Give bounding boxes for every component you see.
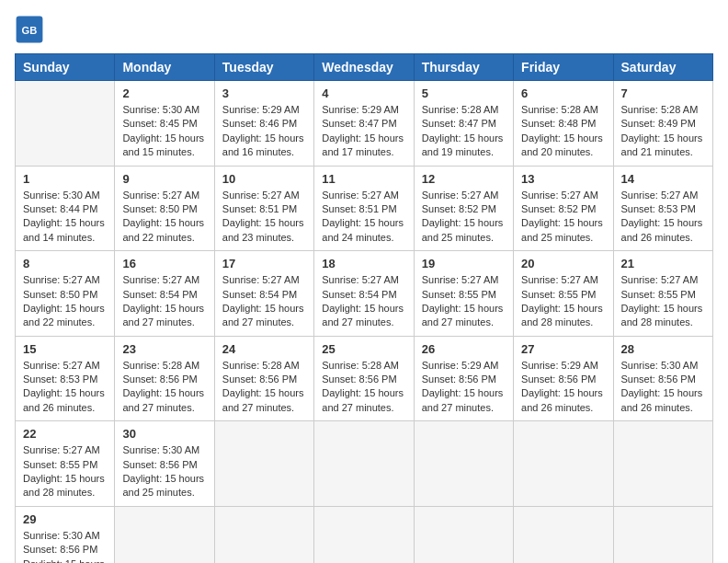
day-info: Sunrise: 5:27 AM Sunset: 8:51 PM Dayligh…	[222, 189, 306, 246]
day-info: Sunrise: 5:27 AM Sunset: 8:51 PM Dayligh…	[322, 189, 405, 246]
calendar-cell: 15Sunrise: 5:27 AM Sunset: 8:53 PM Dayli…	[16, 336, 115, 421]
day-info: Sunrise: 5:29 AM Sunset: 8:47 PM Dayligh…	[322, 103, 405, 160]
calendar-header-thursday: Thursday	[414, 54, 513, 81]
calendar-cell	[414, 421, 513, 507]
day-info: Sunrise: 5:27 AM Sunset: 8:54 PM Dayligh…	[222, 273, 306, 330]
calendar-table: SundayMondayTuesdayWednesdayThursdayFrid…	[15, 53, 713, 563]
day-number: 18	[322, 257, 405, 270]
calendar-cell: 28Sunrise: 5:30 AM Sunset: 8:56 PM Dayli…	[613, 336, 712, 421]
day-number: 1	[23, 172, 107, 186]
day-info: Sunrise: 5:28 AM Sunset: 8:56 PM Dayligh…	[222, 359, 306, 416]
calendar-cell: 4Sunrise: 5:29 AM Sunset: 8:47 PM Daylig…	[314, 81, 414, 167]
day-number: 12	[422, 172, 506, 186]
calendar-week-1: 1Sunrise: 5:30 AM Sunset: 8:44 PM Daylig…	[16, 166, 713, 251]
day-info: Sunrise: 5:30 AM Sunset: 8:44 PM Dayligh…	[23, 189, 107, 246]
day-number: 30	[122, 427, 206, 441]
calendar-cell	[16, 81, 115, 167]
day-number: 28	[621, 342, 705, 356]
calendar-cell: 30Sunrise: 5:30 AM Sunset: 8:56 PM Dayli…	[115, 421, 214, 507]
day-number: 5	[422, 86, 506, 100]
calendar-week-2: 8Sunrise: 5:27 AM Sunset: 8:50 PM Daylig…	[16, 251, 713, 337]
calendar-cell: 10Sunrise: 5:27 AM Sunset: 8:51 PM Dayli…	[214, 166, 313, 251]
calendar-cell: 20Sunrise: 5:27 AM Sunset: 8:55 PM Dayli…	[514, 251, 613, 337]
day-number: 22	[23, 427, 107, 441]
day-number: 6	[521, 86, 605, 100]
calendar-cell: 9Sunrise: 5:27 AM Sunset: 8:50 PM Daylig…	[115, 166, 214, 251]
day-number: 10	[222, 172, 306, 186]
calendar-cell: 21Sunrise: 5:27 AM Sunset: 8:55 PM Dayli…	[613, 251, 712, 337]
calendar-header-monday: Monday	[115, 54, 214, 81]
calendar-cell	[115, 506, 214, 563]
day-number: 3	[222, 86, 306, 100]
day-info: Sunrise: 5:27 AM Sunset: 8:50 PM Dayligh…	[23, 273, 107, 330]
calendar-cell	[613, 421, 712, 507]
calendar-cell: 17Sunrise: 5:27 AM Sunset: 8:54 PM Dayli…	[214, 251, 313, 337]
day-info: Sunrise: 5:28 AM Sunset: 8:48 PM Dayligh…	[521, 103, 605, 160]
calendar-cell: 12Sunrise: 5:27 AM Sunset: 8:52 PM Dayli…	[414, 166, 513, 251]
svg-text:GB: GB	[22, 25, 38, 36]
calendar-cell: 5Sunrise: 5:28 AM Sunset: 8:47 PM Daylig…	[414, 81, 513, 167]
day-number: 25	[322, 342, 405, 356]
day-number: 2	[122, 86, 206, 100]
logo-icon: GB	[15, 15, 44, 44]
calendar-week-5: 29Sunrise: 5:30 AM Sunset: 8:56 PM Dayli…	[16, 506, 713, 563]
logo: GB	[15, 15, 48, 44]
calendar-cell: 13Sunrise: 5:27 AM Sunset: 8:52 PM Dayli…	[514, 166, 613, 251]
calendar-cell	[214, 421, 313, 507]
calendar-header-saturday: Saturday	[613, 54, 712, 81]
calendar-cell	[214, 506, 313, 563]
day-info: Sunrise: 5:29 AM Sunset: 8:56 PM Dayligh…	[422, 359, 506, 416]
calendar-cell: 8Sunrise: 5:27 AM Sunset: 8:50 PM Daylig…	[16, 251, 115, 337]
day-number: 14	[621, 172, 705, 186]
calendar-cell: 24Sunrise: 5:28 AM Sunset: 8:56 PM Dayli…	[214, 336, 313, 421]
calendar-cell: 19Sunrise: 5:27 AM Sunset: 8:55 PM Dayli…	[414, 251, 513, 337]
day-number: 24	[222, 342, 306, 356]
day-info: Sunrise: 5:27 AM Sunset: 8:54 PM Dayligh…	[322, 273, 405, 330]
day-info: Sunrise: 5:28 AM Sunset: 8:49 PM Dayligh…	[621, 103, 705, 160]
day-info: Sunrise: 5:29 AM Sunset: 8:56 PM Dayligh…	[521, 359, 605, 416]
day-number: 15	[23, 342, 107, 356]
calendar-cell: 26Sunrise: 5:29 AM Sunset: 8:56 PM Dayli…	[414, 336, 513, 421]
day-info: Sunrise: 5:27 AM Sunset: 8:55 PM Dayligh…	[422, 273, 506, 330]
calendar-cell	[514, 506, 613, 563]
calendar-cell: 23Sunrise: 5:28 AM Sunset: 8:56 PM Dayli…	[115, 336, 214, 421]
day-info: Sunrise: 5:27 AM Sunset: 8:52 PM Dayligh…	[521, 189, 605, 246]
calendar-cell	[414, 506, 513, 563]
calendar-cell	[613, 506, 712, 563]
day-info: Sunrise: 5:27 AM Sunset: 8:53 PM Dayligh…	[23, 359, 107, 416]
calendar-cell	[314, 421, 414, 507]
calendar-cell: 3Sunrise: 5:29 AM Sunset: 8:46 PM Daylig…	[214, 81, 313, 167]
day-number: 13	[521, 172, 605, 186]
calendar-cell	[514, 421, 613, 507]
day-number: 26	[422, 342, 506, 356]
day-number: 9	[122, 172, 206, 186]
calendar-cell	[314, 506, 414, 563]
day-number: 29	[23, 512, 107, 526]
day-number: 17	[222, 257, 306, 270]
day-info: Sunrise: 5:27 AM Sunset: 8:50 PM Dayligh…	[122, 189, 206, 246]
calendar-header-tuesday: Tuesday	[214, 54, 313, 81]
day-info: Sunrise: 5:27 AM Sunset: 8:52 PM Dayligh…	[422, 189, 506, 246]
page-header: GB	[15, 15, 713, 44]
day-number: 27	[521, 342, 605, 356]
calendar-cell: 6Sunrise: 5:28 AM Sunset: 8:48 PM Daylig…	[514, 81, 613, 167]
day-info: Sunrise: 5:30 AM Sunset: 8:45 PM Dayligh…	[122, 103, 206, 160]
calendar-cell: 2Sunrise: 5:30 AM Sunset: 8:45 PM Daylig…	[115, 81, 214, 167]
day-info: Sunrise: 5:30 AM Sunset: 8:56 PM Dayligh…	[23, 529, 107, 563]
day-number: 11	[322, 172, 405, 186]
day-info: Sunrise: 5:30 AM Sunset: 8:56 PM Dayligh…	[621, 359, 705, 416]
calendar-week-0: 2Sunrise: 5:30 AM Sunset: 8:45 PM Daylig…	[16, 81, 713, 167]
day-number: 23	[122, 342, 206, 356]
calendar-header-friday: Friday	[514, 54, 613, 81]
day-number: 20	[521, 257, 605, 270]
calendar-week-3: 15Sunrise: 5:27 AM Sunset: 8:53 PM Dayli…	[16, 336, 713, 421]
calendar-cell: 27Sunrise: 5:29 AM Sunset: 8:56 PM Dayli…	[514, 336, 613, 421]
calendar-cell: 25Sunrise: 5:28 AM Sunset: 8:56 PM Dayli…	[314, 336, 414, 421]
day-info: Sunrise: 5:29 AM Sunset: 8:46 PM Dayligh…	[222, 103, 306, 160]
day-info: Sunrise: 5:28 AM Sunset: 8:56 PM Dayligh…	[122, 359, 206, 416]
calendar-week-4: 22Sunrise: 5:27 AM Sunset: 8:55 PM Dayli…	[16, 421, 713, 507]
day-info: Sunrise: 5:27 AM Sunset: 8:55 PM Dayligh…	[521, 273, 605, 330]
day-info: Sunrise: 5:28 AM Sunset: 8:56 PM Dayligh…	[322, 359, 405, 416]
calendar-cell: 11Sunrise: 5:27 AM Sunset: 8:51 PM Dayli…	[314, 166, 414, 251]
day-number: 21	[621, 257, 705, 270]
